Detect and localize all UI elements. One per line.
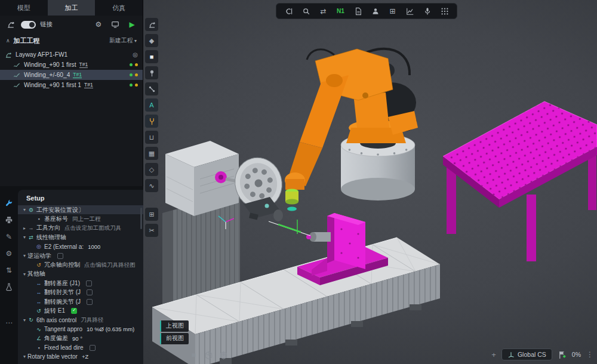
setup-row[interactable]: ▾⚙工件安装位置设〕 [18, 205, 143, 214]
setup-row[interactable]: ▾⇄线性物理轴 [18, 233, 143, 242]
setup-row-value[interactable]: 90 ° [72, 335, 82, 342]
robot-setup-icon[interactable] [145, 18, 158, 31]
tree-item[interactable]: Winding_+90 1 firstT#1 [0, 60, 143, 70]
program-doc-icon[interactable] [349, 4, 367, 18]
row-caret-icon[interactable]: ▾ [21, 207, 27, 212]
setup-row[interactable]: ◎E2 (External a:1000 [18, 242, 143, 251]
setup-row-value[interactable]: 刀具路径 [81, 316, 103, 324]
joint-bone-icon[interactable] [145, 82, 158, 95]
viewport-3d[interactable]: ⇄N1⊞ ◆■A⊔▦◇∿⊞✂ 上视图 前视图 ■ + Global CS 0% … [143, 0, 597, 364]
more-vertical-icon[interactable]: ⋮ [586, 350, 593, 359]
checkbox[interactable] [57, 253, 63, 259]
setup-row[interactable]: ▾Rotary table vector+Z [18, 352, 143, 361]
printer-icon[interactable] [2, 214, 16, 227]
more-dots-icon[interactable]: ⋯ [2, 316, 16, 329]
setup-row[interactable]: ▾↻6th axis control刀具路径 [18, 316, 143, 325]
wireframe-view-icon[interactable] [219, 350, 228, 360]
stock-square-icon[interactable]: ■ [145, 50, 158, 63]
setup-row[interactable]: ▪基座标号同上一工程 [18, 214, 143, 223]
setup-row[interactable]: ▸→工具方向点击设定加工面或刀具 [18, 224, 143, 233]
setup-scrollbar[interactable] [140, 208, 142, 229]
monitor-icon[interactable] [109, 18, 121, 30]
scissors-icon[interactable]: ✂ [145, 224, 158, 237]
setup-row-value[interactable]: 10 %Ø (0.635 mm) [87, 326, 134, 332]
tool-a-icon[interactable]: A [145, 98, 158, 112]
scene-canvas[interactable] [143, 0, 597, 364]
setup-row[interactable]: ▾逆运动学 [18, 251, 143, 260]
winding-icon [13, 82, 21, 89]
setup-row[interactable]: ∠角度偏差90 ° [18, 334, 143, 343]
tree-item[interactable]: Winding_+90 1 first 1T#1 [0, 80, 143, 90]
link-toggle[interactable] [21, 21, 36, 29]
row-caret-icon[interactable]: ▾ [21, 354, 27, 359]
setup-row[interactable]: ↺旋转 E1 [18, 306, 143, 315]
tab-model[interactable]: 模型 [0, 0, 48, 16]
row-caret-icon[interactable]: ▾ [21, 317, 27, 323]
apps-grid-icon[interactable] [436, 4, 453, 18]
setup-row[interactable]: ↔翻转基座 (J1) [18, 279, 143, 288]
mic-icon[interactable] [418, 4, 436, 18]
row-caret-icon[interactable]: ▾ [21, 272, 27, 277]
table-grid-icon[interactable]: ⊞ [384, 4, 401, 18]
checkbox[interactable] [87, 289, 93, 295]
new-project-button[interactable]: 新建工程 [109, 36, 137, 45]
setup-row[interactable]: ↔翻转肘关节 (J [18, 288, 143, 297]
notification-flag-icon[interactable] [558, 350, 567, 359]
collapse-icon[interactable] [6, 38, 10, 44]
checkbox[interactable] [90, 345, 96, 351]
tab-simulation[interactable]: 仿真 [95, 0, 143, 16]
checkbox[interactable] [86, 280, 92, 286]
setup-row-value[interactable]: 1000 [88, 243, 100, 250]
diamond-outline-icon[interactable]: ◇ [145, 163, 158, 176]
mandrel-path[interactable] [269, 220, 310, 236]
checkbox[interactable] [87, 299, 93, 305]
shaded-view-icon[interactable]: ■ [189, 350, 198, 360]
view-label-front[interactable]: 前视图 [160, 333, 189, 344]
setup-row[interactable]: ↺冗余轴向控制点击编辑刀具路径图 [18, 260, 143, 269]
setup-row[interactable]: ▾其他轴 [18, 270, 143, 279]
pencil-icon[interactable]: ✎ [2, 230, 16, 243]
tree-item[interactable]: Layway AFP1-FW1◎ [0, 50, 143, 60]
setup-row-value[interactable]: 点击设定加工面或刀具 [64, 224, 121, 232]
tree-item[interactable]: Winding_+/-60_4T#1 [0, 70, 143, 80]
setup-row[interactable]: ↔翻转腕关节 (J [18, 297, 143, 306]
setup-row[interactable]: ∿Tangent appro10 %Ø (0.635 mm) [18, 325, 143, 334]
setup-row-value[interactable]: 同上一工程 [72, 215, 101, 223]
worktable-magenta[interactable] [443, 101, 597, 261]
setup-row-value[interactable]: +Z [82, 353, 88, 360]
gear-icon[interactable]: ⚙ [2, 247, 16, 260]
checkbox[interactable] [71, 308, 77, 314]
wrench-icon[interactable] [2, 197, 16, 210]
settings-gear-icon[interactable]: ⚙ [93, 18, 104, 30]
operator-icon[interactable] [367, 4, 384, 18]
wall-icon[interactable]: ▦ [145, 147, 158, 160]
viewport-tool-strip: ◆■A⊔▦◇∿⊞✂ [145, 18, 158, 237]
spline-icon[interactable]: ∿ [145, 179, 158, 192]
flask-icon[interactable] [2, 280, 16, 294]
global-cs-button[interactable]: Global CS [501, 348, 552, 360]
tab-machining[interactable]: 加工 [48, 0, 96, 16]
setup-row[interactable]: ▪Fixed lead dire [18, 343, 143, 352]
crosshair-icon[interactable]: + [491, 350, 496, 359]
robot-link-icon[interactable] [5, 18, 17, 30]
iso-view-icon[interactable] [204, 350, 213, 360]
sync-arrows-icon[interactable]: ⇄ [315, 4, 332, 18]
pin-icon[interactable] [145, 66, 158, 79]
run-play-icon[interactable]: ▶ [126, 18, 138, 30]
c-cursor-icon[interactable] [280, 4, 297, 18]
setup-row-value[interactable]: 点击编辑刀具路径图 [84, 261, 136, 269]
view-label-top[interactable]: 上视图 [160, 320, 189, 332]
clamp-icon[interactable]: ⊔ [145, 131, 158, 144]
process-settings-icon[interactable]: ◎ [133, 51, 138, 58]
tree-item-right: ◎ [133, 51, 138, 58]
sort-arrows-icon[interactable]: ⇅ [2, 264, 16, 277]
diamond-solid-icon[interactable]: ◆ [145, 34, 158, 47]
row-caret-icon[interactable]: ▸ [21, 226, 27, 231]
tool-fork-icon[interactable] [145, 115, 158, 128]
row-caret-icon[interactable]: ▾ [21, 253, 27, 258]
grid-table-icon[interactable]: ⊞ [145, 208, 158, 221]
n1-icon[interactable]: N1 [332, 4, 349, 18]
search-icon[interactable] [297, 4, 315, 18]
row-caret-icon[interactable]: ▾ [21, 235, 27, 240]
chart-icon[interactable] [401, 4, 418, 18]
